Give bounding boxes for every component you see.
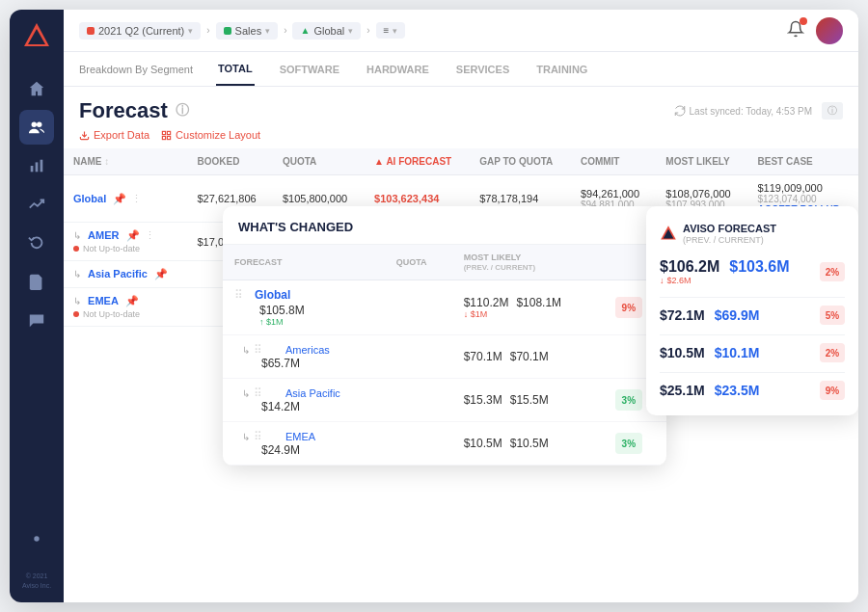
global-chevron: ▾ — [348, 26, 353, 36]
period-chip[interactable]: 2021 Q2 (Current) ▾ — [79, 22, 201, 40]
forecast-header: Forecast ⓘ Last synced: Today, 4:53 PM ⓘ… — [64, 87, 858, 148]
sidebar-icon-refresh[interactable] — [19, 226, 54, 260]
col-name[interactable]: NAME — [64, 148, 187, 175]
wc-row-asia-pacific: ↳ ⠿ Asia Pacific $14.2M — [223, 379, 666, 422]
aviso-ap-curr: $10.1M — [715, 345, 760, 360]
wc-col-quota: QUOTA — [385, 245, 452, 280]
wc-americas-name[interactable]: Americas — [272, 344, 330, 356]
wc-global-ml-prev: $110.2M — [464, 296, 509, 309]
svg-rect-10 — [168, 131, 171, 134]
tab-services[interactable]: SERVICES — [454, 52, 511, 86]
list-chip[interactable]: ≡ ▾ — [376, 22, 406, 39]
bell-button[interactable] — [787, 20, 804, 41]
export-data-button[interactable]: Export Data — [79, 129, 149, 141]
sidebar-icon-home[interactable] — [19, 71, 54, 106]
customize-layout-button[interactable]: Customize Layout — [161, 129, 260, 141]
aviso-americas-pct: 5% — [820, 306, 845, 325]
sidebar-icon-chat[interactable] — [19, 303, 54, 337]
row-amer-menu[interactable]: ⋮ — [145, 229, 155, 241]
row-global-menu[interactable]: ⋮ — [131, 193, 142, 204]
whats-changed-panel: WHAT'S CHANGED FORECAST QUOTA MOST LIKEL… — [223, 206, 666, 466]
tab-hardware[interactable]: HARDWARE — [365, 52, 431, 86]
logo[interactable] — [22, 21, 51, 54]
wc-emea-forecast: $24.9M — [261, 443, 300, 457]
global-label: Global — [313, 25, 344, 37]
sidebar-icon-trend[interactable] — [19, 187, 54, 222]
wc-row-emea: ↳ ⠿ EMEA $24.9M — [223, 422, 666, 466]
ap-indent: ↳ — [73, 269, 81, 279]
svg-point-2 — [32, 122, 37, 127]
aviso-global-curr: $103.6M — [729, 258, 789, 276]
sidebar-icon-doc[interactable] — [19, 264, 54, 299]
period-dot — [87, 27, 95, 35]
wc-emea-badge: 3% — [615, 433, 642, 454]
aviso-ap-prev: $10.5M — [660, 345, 705, 360]
row-emea-name[interactable]: EMEA — [88, 295, 119, 306]
row-ap-name[interactable]: Asia Pacific — [88, 268, 148, 279]
wc-americas-ml-prev: $70.1M — [464, 350, 502, 363]
nav-right — [787, 17, 843, 44]
info-box[interactable]: ⓘ — [822, 102, 843, 120]
breadcrumb: 2021 Q2 (Current) ▾ › Sales ▾ › ▲ Global… — [79, 22, 405, 40]
wc-col-forecast: FORECAST — [223, 245, 385, 280]
row-emea-pin[interactable]: 📌 — [125, 295, 139, 306]
col-gap-to-quota: GAP TO QUOTA — [470, 148, 571, 175]
svg-rect-9 — [162, 131, 165, 134]
sidebar-icon-settings[interactable] — [19, 521, 54, 556]
wc-drag-americas[interactable]: ⠿ — [254, 343, 262, 357]
row-amer-name[interactable]: AMER — [88, 229, 119, 241]
divider-2 — [660, 334, 845, 335]
wc-ap-quota — [385, 379, 452, 422]
wc-global-badge: 9% — [615, 297, 642, 318]
forecast-title-row: Forecast ⓘ Last synced: Today, 4:53 PM ⓘ — [79, 98, 843, 123]
wc-global-ml-change: ↓ $1M — [464, 309, 592, 319]
sales-dot — [224, 27, 231, 35]
wc-emea-name[interactable]: EMEA — [272, 431, 315, 442]
amer-status-dot — [73, 246, 79, 252]
emea-indent: ↳ — [73, 296, 81, 306]
sidebar-icon-users[interactable] — [19, 110, 54, 145]
wc-col-ml: MOST LIKELY(PREV. / CURRENT) — [452, 245, 604, 280]
row-global-pin[interactable]: 📌 — [113, 193, 126, 204]
table-area: NAME BOOKED QUOTA ▲ AI FORECAST GAP TO Q… — [64, 148, 858, 602]
wc-ap-name[interactable]: Asia Pacific — [272, 387, 340, 399]
breadcrumb-sep-1: › — [206, 25, 209, 36]
sales-chip[interactable]: Sales ▾ — [216, 22, 279, 40]
aviso-americas-curr: $69.9M — [715, 307, 760, 323]
aviso-panel-title: AVISO FORECAST — [683, 222, 776, 235]
wc-ap-badge: 3% — [615, 389, 642, 411]
emea-indent-icon: ↳ — [242, 432, 250, 442]
wc-americas-quota — [385, 335, 452, 379]
wc-drag-global[interactable]: ⠿ — [234, 288, 243, 302]
wc-drag-emea[interactable]: ⠿ — [254, 430, 262, 443]
app-container: © 2021 Aviso Inc. 2021 Q2 (Current) ▾ › … — [10, 10, 858, 602]
segment-label: Breakdown By Segment — [79, 64, 193, 75]
row-global-name[interactable]: Global — [73, 193, 106, 204]
wc-global-forecast-change: ↑ $1M — [259, 317, 373, 327]
wc-global-name[interactable]: Global — [255, 288, 290, 302]
amer-indent: ↳ — [73, 230, 81, 241]
main-content: 2021 Q2 (Current) ▾ › Sales ▾ › ▲ Global… — [64, 10, 858, 602]
forecast-info-icon[interactable]: ⓘ — [176, 102, 189, 120]
global-icon: ▲ — [300, 25, 310, 36]
sidebar-icon-chart[interactable] — [19, 148, 54, 183]
tab-training[interactable]: TRAINING — [534, 52, 589, 86]
breadcrumb-sep-2: › — [284, 25, 286, 36]
row-amer-pin[interactable]: 📌 — [126, 229, 140, 241]
tab-software[interactable]: SOFTWARE — [278, 52, 341, 86]
global-chip[interactable]: ▲ Global ▾ — [292, 22, 361, 40]
list-chevron: ▾ — [393, 26, 397, 36]
top-nav: 2021 Q2 (Current) ▾ › Sales ▾ › ▲ Global… — [64, 10, 858, 52]
wc-drag-ap[interactable]: ⠿ — [254, 386, 262, 400]
tab-total[interactable]: TOTAL — [216, 52, 255, 86]
col-most-likely: MOST LIKELY — [656, 148, 747, 175]
aviso-global-change-icon: ↓ — [660, 276, 665, 285]
wc-global-forecast: $105.8M — [259, 304, 305, 317]
aviso-row-global: $106.2M $103.6M ↓ $2.6M 2% — [660, 258, 845, 285]
wc-ap-ml-curr: $15.5M — [510, 393, 549, 407]
aviso-emea-prev: $25.1M — [660, 383, 705, 398]
user-avatar[interactable] — [816, 17, 843, 44]
list-icon: ≡ — [384, 25, 390, 36]
svg-rect-5 — [36, 162, 39, 172]
row-ap-pin[interactable]: 📌 — [154, 268, 168, 279]
